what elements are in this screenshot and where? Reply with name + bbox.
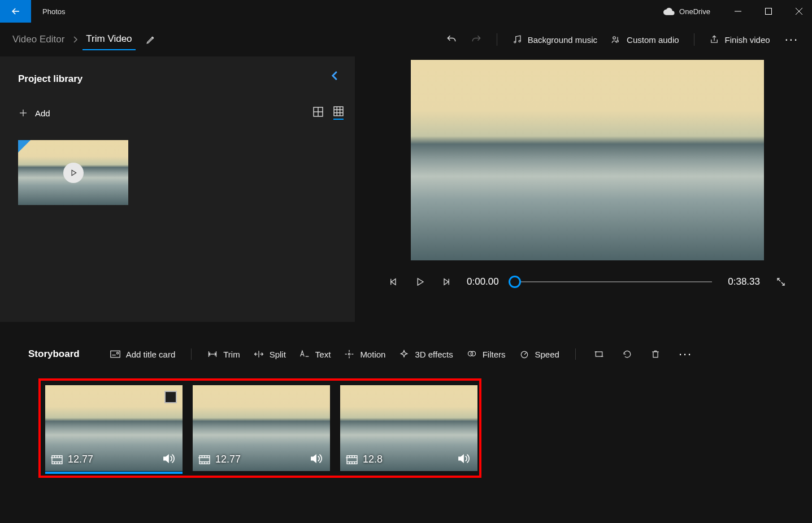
clip-volume-button[interactable]	[457, 453, 471, 464]
split-button[interactable]: Split	[248, 346, 292, 363]
next-frame-button[interactable]	[441, 277, 451, 287]
window-close-button[interactable]	[786, 0, 812, 23]
filters-icon	[467, 349, 477, 359]
crop-icon	[594, 349, 604, 359]
cloud-icon	[663, 7, 675, 15]
view-small-button[interactable]	[333, 106, 344, 120]
svg-marker-19	[392, 279, 396, 285]
rename-button[interactable]	[146, 34, 156, 45]
svg-point-5	[519, 41, 520, 42]
clip-progress	[45, 472, 183, 474]
storyboard-clip[interactable]: 12.77	[45, 385, 183, 471]
breadcrumb-current[interactable]: Trim Video	[82, 29, 135, 50]
duration-time: 0:38.33	[728, 276, 760, 287]
trash-icon	[650, 349, 661, 359]
seek-slider[interactable]	[515, 276, 713, 287]
grid-small-icon	[333, 106, 344, 116]
separator	[575, 348, 576, 360]
video-preview[interactable]	[411, 60, 764, 260]
separator	[191, 348, 192, 360]
storyboard-clip[interactable]: 12.77	[193, 385, 330, 471]
background-music-label: Background music	[528, 35, 597, 45]
fold-corner-icon	[18, 140, 31, 152]
text-icon	[299, 350, 310, 359]
title-card-icon	[110, 350, 120, 358]
toolbar-more-button[interactable]: ···	[777, 32, 806, 47]
skip-forward-icon	[441, 277, 451, 287]
fullscreen-button[interactable]	[776, 277, 786, 287]
play-button[interactable]	[415, 277, 425, 287]
clip-volume-button[interactable]	[310, 453, 323, 464]
audio-user-icon	[611, 34, 621, 45]
svg-rect-24	[111, 351, 120, 357]
3d-effects-label: 3D effects	[415, 350, 453, 359]
split-icon	[254, 350, 264, 358]
window-maximize-button[interactable]	[755, 0, 781, 23]
svg-line-43	[524, 353, 526, 355]
add-label: Add	[35, 108, 50, 118]
player-controls: 0:00.00 0:38.33	[383, 276, 792, 287]
svg-point-41	[471, 351, 475, 356]
minimize-icon	[735, 8, 741, 15]
clip-duration: 12.8	[363, 454, 383, 465]
svg-point-35	[349, 353, 350, 355]
preview-panel: 0:00.00 0:38.33	[383, 56, 792, 322]
rotate-button[interactable]	[614, 346, 640, 363]
delete-clip-button[interactable]	[642, 346, 668, 363]
clip-volume-button[interactable]	[162, 453, 176, 464]
undo-button[interactable]	[439, 29, 464, 50]
motion-button[interactable]: Motion	[338, 346, 391, 363]
svg-marker-22	[444, 279, 449, 285]
grid-large-icon	[313, 107, 323, 117]
chevron-right-icon	[72, 36, 78, 43]
redo-button[interactable]	[464, 29, 489, 50]
library-clip-thumbnail[interactable]	[18, 140, 128, 205]
project-library-title: Project library	[18, 73, 344, 85]
play-overlay	[63, 163, 84, 183]
clip-checkbox[interactable]	[164, 391, 177, 403]
text-button[interactable]: Text	[294, 346, 337, 363]
storyboard-title: Storyboard	[28, 348, 80, 360]
custom-audio-button[interactable]: Custom audio	[604, 30, 686, 49]
arrow-left-icon	[10, 6, 21, 17]
clip-duration: 12.77	[68, 454, 93, 465]
3d-effects-button[interactable]: 3D effects	[393, 346, 458, 363]
background-music-button[interactable]: Background music	[505, 30, 604, 49]
motion-label: Motion	[360, 350, 385, 359]
collapse-library-button[interactable]	[331, 70, 339, 81]
play-icon	[415, 277, 425, 287]
storyboard-toolbar: Storyboard Add title card Trim Split Tex…	[0, 346, 812, 363]
add-title-card-label: Add title card	[126, 350, 176, 359]
pencil-icon	[146, 34, 156, 45]
editor-toolbar: Video Editor Trim Video Background music…	[0, 23, 812, 56]
speed-button[interactable]: Speed	[514, 346, 565, 363]
onedrive-status[interactable]: OneDrive	[663, 7, 710, 16]
storyboard-clip[interactable]: 12.8	[340, 385, 477, 471]
breadcrumb-root[interactable]: Video Editor	[9, 29, 68, 50]
separator	[497, 33, 497, 46]
prev-frame-button[interactable]	[389, 277, 399, 287]
clip-duration: 12.77	[215, 454, 241, 465]
speed-icon	[519, 349, 529, 359]
separator	[694, 33, 694, 46]
filmstrip-icon	[51, 455, 63, 465]
svg-marker-18	[72, 170, 76, 175]
svg-rect-1	[766, 8, 772, 15]
resize-button[interactable]	[586, 346, 612, 363]
back-button[interactable]	[0, 0, 31, 23]
view-large-button[interactable]	[313, 107, 323, 119]
custom-audio-label: Custom audio	[627, 35, 679, 45]
storyboard-more-button[interactable]: ···	[671, 347, 700, 361]
finish-video-button[interactable]: Finish video	[702, 30, 777, 49]
add-title-card-button[interactable]: Add title card	[105, 346, 181, 363]
svg-point-7	[617, 41, 619, 42]
filters-button[interactable]: Filters	[461, 346, 511, 363]
split-label: Split	[270, 350, 286, 359]
trim-label: Trim	[223, 350, 240, 359]
app-title: Photos	[42, 7, 65, 16]
window-minimize-button[interactable]	[725, 0, 751, 23]
title-bar: Photos OneDrive	[0, 0, 812, 23]
trim-button[interactable]: Trim	[202, 346, 245, 363]
plus-icon	[18, 108, 28, 118]
add-media-button[interactable]: Add	[18, 108, 50, 118]
